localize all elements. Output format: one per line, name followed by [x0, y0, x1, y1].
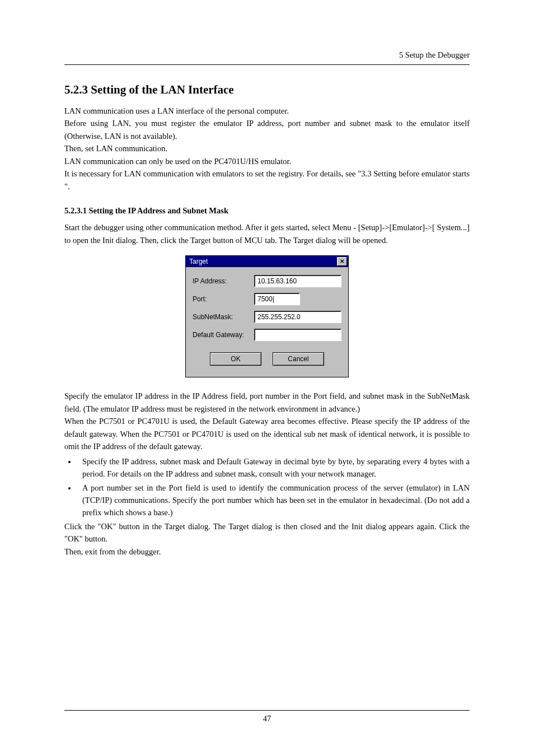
list-item: A port number set in the Port field is u… [77, 482, 470, 519]
ip-input[interactable]: 10.15.63.160 [254, 275, 341, 287]
port-input[interactable]: 7500| [254, 293, 300, 305]
ok-button[interactable]: OK [210, 352, 261, 366]
subsection-heading: 5.2.3.1 Setting the IP Address and Subne… [64, 206, 470, 216]
header-text: 5 Setup the Debugger [399, 50, 470, 59]
close-icon[interactable]: ✕ [337, 257, 347, 266]
after-p1: Specify the emulator IP address in the I… [64, 390, 470, 415]
bullet-list: Specify the IP address, subnet mask and … [64, 455, 470, 519]
list-item: Specify the IP address, subnet mask and … [77, 455, 470, 480]
intro-p4: LAN communication can only be used on th… [64, 155, 470, 167]
page-header: 5 Setup the Debugger [64, 50, 470, 65]
after-p3: Click the "OK" button in the Target dial… [64, 520, 470, 545]
page-footer: 47 [64, 710, 470, 724]
dialog-title: Target [189, 258, 208, 265]
intro-p1: LAN communication uses a LAN interface o… [64, 105, 470, 117]
subnet-input[interactable]: 255.255.252.0 [254, 311, 341, 323]
after-p4: Then, exit from the debugger. [64, 545, 470, 558]
intro-p2: Before using LAN, you must register the … [64, 117, 470, 142]
subnet-row: SubNetMask: 255.255.252.0 [193, 311, 341, 323]
ip-row: IP Address: 10.15.63.160 [193, 275, 341, 287]
intro-p3: Then, set LAN communication. [64, 142, 470, 155]
page-number: 47 [263, 714, 271, 723]
ip-label: IP Address: [193, 277, 254, 285]
cancel-button[interactable]: Cancel [273, 352, 324, 366]
sub-p1: Start the debugger using other communica… [64, 221, 470, 246]
intro-p5: It is necessary for LAN communication wi… [64, 167, 470, 193]
gateway-label: Default Gateway: [193, 331, 254, 339]
dialog-figure: Target ✕ IP Address: 10.15.63.160 Port: … [64, 255, 470, 377]
target-dialog: Target ✕ IP Address: 10.15.63.160 Port: … [185, 255, 349, 377]
dialog-titlebar: Target ✕ [186, 256, 348, 267]
gateway-row: Default Gateway: [193, 329, 341, 341]
port-label: Port: [193, 295, 254, 303]
port-row: Port: 7500| [193, 293, 341, 305]
gateway-input[interactable] [254, 329, 341, 341]
section-heading: 5.2.3 Setting of the LAN Interface [64, 83, 470, 97]
after-p2: When the PC7501 or PC4701U is used, the … [64, 415, 470, 452]
subnet-label: SubNetMask: [193, 313, 254, 321]
